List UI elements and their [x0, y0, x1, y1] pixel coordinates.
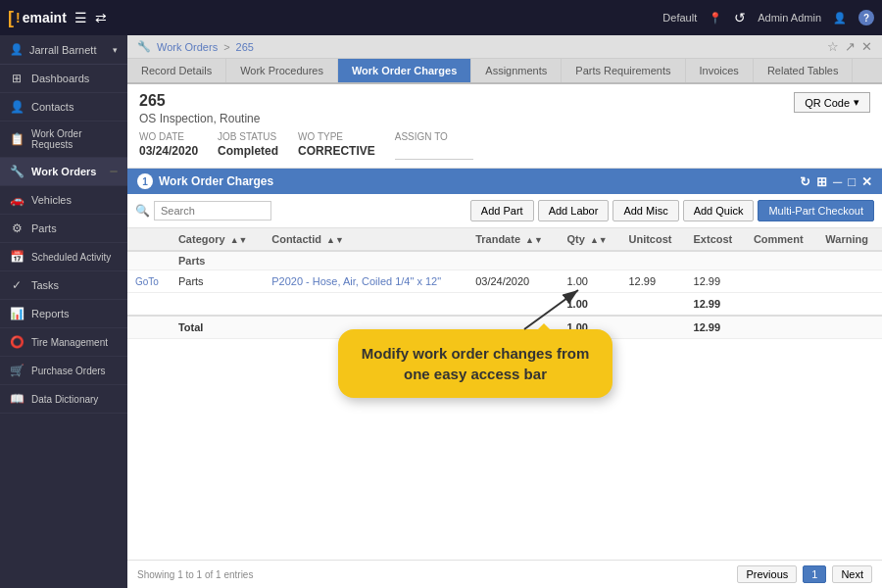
- external-link-icon[interactable]: ↗: [845, 39, 856, 54]
- qr-code-button[interactable]: QR Code ▾: [794, 92, 870, 113]
- sidebar-item-label: Tasks: [31, 279, 59, 291]
- current-page-button[interactable]: 1: [803, 565, 826, 583]
- work-orders-icon: 🔧: [10, 165, 24, 178]
- history-icon[interactable]: ↺: [734, 10, 746, 25]
- swap-icon[interactable]: ⇄: [95, 10, 107, 25]
- sidebar-user[interactable]: 👤 Jarrall Barnett ▾: [0, 35, 127, 65]
- help-icon[interactable]: ?: [858, 10, 874, 25]
- wo-date-label: WO Date: [139, 131, 198, 142]
- col-goto: [127, 228, 171, 251]
- close-icon[interactable]: ✕: [861, 39, 872, 54]
- sidebar-item-tasks[interactable]: ✓ Tasks: [0, 271, 127, 300]
- sidebar-item-data-dictionary[interactable]: 📖 Data Dictionary: [0, 385, 127, 414]
- star-icon[interactable]: ☆: [827, 39, 839, 54]
- tasks-icon: ✓: [10, 278, 24, 292]
- tab-record-details[interactable]: Record Details: [127, 59, 226, 82]
- sidebar-item-reports[interactable]: 📊 Reports: [0, 300, 127, 328]
- add-quick-button[interactable]: Add Quick: [683, 200, 755, 221]
- content-area: 🔧 Work Orders > 265 ☆ ↗ ✕ Record Details…: [127, 35, 882, 588]
- col-contactid[interactable]: Contactid ▲▼: [264, 228, 467, 251]
- menu-icon[interactable]: ☰: [74, 10, 87, 25]
- wo-qr: QR Code ▾: [794, 92, 870, 113]
- col-trandate[interactable]: Trandate ▲▼: [467, 228, 559, 251]
- breadcrumb-work-orders[interactable]: Work Orders: [157, 41, 218, 53]
- qty-sort-icon: ▲▼: [590, 235, 608, 245]
- default-label[interactable]: Default: [662, 12, 697, 24]
- user-icon[interactable]: 👤: [833, 12, 847, 24]
- parts-icon: ⚙: [10, 221, 24, 235]
- minimize-icon[interactable]: ─: [833, 174, 842, 189]
- sidebar-item-label: Parts: [31, 222, 57, 234]
- wo-status-label: Job Status: [218, 131, 278, 142]
- section-close-icon[interactable]: ✕: [861, 174, 872, 189]
- sidebar-item-label: Purchase Orders: [31, 366, 106, 376]
- previous-page-button[interactable]: Previous: [737, 565, 797, 583]
- wo-type-label: WO Type: [298, 131, 375, 142]
- scheduled-activity-icon: 📅: [10, 250, 24, 264]
- tire-management-icon: ⭕: [10, 335, 24, 349]
- col-extcost: Extcost: [686, 228, 746, 251]
- contacts-icon: 👤: [10, 100, 24, 114]
- wo-date-value: 03/24/2020: [139, 144, 198, 158]
- parts-category-row: Parts: [127, 251, 882, 270]
- tab-work-procedures[interactable]: Work Procedures: [226, 59, 338, 82]
- multi-part-checkout-button[interactable]: Multi-Part Checkout: [758, 200, 874, 221]
- breadcrumb-icon: 🔧: [137, 40, 151, 53]
- wo-field-date: WO Date 03/24/2020: [139, 131, 198, 160]
- col-category[interactable]: Category ▲▼: [171, 228, 264, 251]
- grid-icon[interactable]: ⊞: [816, 174, 827, 189]
- tab-nav: Record Details Work Procedures Work Orde…: [127, 59, 882, 84]
- tab-work-order-charges[interactable]: Work Order Charges: [338, 59, 471, 82]
- sidebar-item-tire-management[interactable]: ⭕ Tire Management: [0, 328, 127, 357]
- table-row: GoTo Parts P2020 - Hose, Air, Coiled 1/4…: [127, 270, 882, 293]
- pagination-info: Showing 1 to 1 of 1 entries: [137, 569, 253, 580]
- section-badge: 1: [137, 173, 153, 189]
- section-title: Work Order Charges: [159, 174, 273, 188]
- top-bar: [ ! emaint ☰ ⇄ Default 📍 ↺ Admin Admin 👤…: [0, 0, 882, 35]
- add-misc-button[interactable]: Add Misc: [612, 200, 678, 221]
- table-header-row: Category ▲▼ Contactid ▲▼ Trandate ▲▼ Q: [127, 228, 882, 251]
- tab-parts-requirements[interactable]: Parts Requirements: [562, 59, 685, 82]
- charges-search-input[interactable]: [154, 201, 271, 220]
- charges-toolbar: 🔍 Add Part Add Labor Add Misc Add Quick …: [127, 194, 882, 228]
- next-page-button[interactable]: Next: [832, 565, 872, 583]
- tab-related-tables[interactable]: Related Tables: [754, 59, 854, 82]
- col-qty[interactable]: Qty ▲▼: [559, 228, 620, 251]
- tooltip-arrow: [514, 285, 593, 334]
- sidebar-item-work-orders[interactable]: 🔧 Work Orders: [0, 158, 127, 186]
- breadcrumb-separator: >: [223, 41, 229, 53]
- tab-assignments[interactable]: Assignments: [471, 59, 562, 82]
- part-link[interactable]: P2020 - Hose, Air, Coiled 1/4" x 12": [271, 275, 441, 287]
- total-label: Total: [171, 316, 264, 339]
- refresh-icon[interactable]: ↻: [800, 174, 810, 189]
- add-labor-button[interactable]: Add Labor: [538, 200, 610, 221]
- location-icon[interactable]: 📍: [709, 12, 722, 24]
- wo-assign-value: [395, 144, 473, 160]
- contactid-sort-icon: ▲▼: [326, 235, 344, 245]
- sidebar-item-label: Work Orders: [31, 166, 96, 177]
- work-order-detail: 265 OS Inspection, Routine WO Date 03/24…: [127, 84, 882, 169]
- sidebar-item-dashboards[interactable]: ⊞ Dashboards: [0, 65, 127, 93]
- sidebar-item-contacts[interactable]: 👤 Contacts: [0, 93, 127, 122]
- sidebar-item-parts[interactable]: ⚙ Parts: [0, 215, 127, 243]
- expand-icon[interactable]: □: [848, 174, 856, 189]
- row-category: Parts: [171, 270, 264, 293]
- topbar-nav-icons: ☰ ⇄: [74, 10, 107, 25]
- data-dictionary-icon: 📖: [10, 392, 24, 406]
- wo-number: 265: [139, 92, 473, 110]
- goto-link[interactable]: GoTo: [135, 276, 159, 287]
- parts-category-label: Parts: [171, 251, 882, 270]
- sidebar-item-vehicles[interactable]: 🚗 Vehicles: [0, 186, 127, 215]
- sidebar-item-work-order-requests[interactable]: 📋 Work Order Requests: [0, 122, 127, 158]
- sidebar-item-scheduled-activity[interactable]: 📅 Scheduled Activity: [0, 243, 127, 271]
- add-part-button[interactable]: Add Part: [470, 200, 534, 221]
- svg-line-1: [524, 290, 578, 329]
- sidebar-item-label: Vehicles: [31, 194, 72, 206]
- wo-type-value: CORRECTIVE: [298, 144, 375, 158]
- tab-invoices[interactable]: Invoices: [686, 59, 754, 82]
- wo-field-type: WO Type CORRECTIVE: [298, 131, 375, 160]
- breadcrumb-actions: ☆ ↗ ✕: [827, 39, 872, 54]
- breadcrumb-wo-number[interactable]: 265: [236, 41, 254, 53]
- sidebar-username: Jarrall Barnett: [29, 44, 96, 56]
- sidebar-item-purchase-orders[interactable]: 🛒 Purchase Orders: [0, 357, 127, 385]
